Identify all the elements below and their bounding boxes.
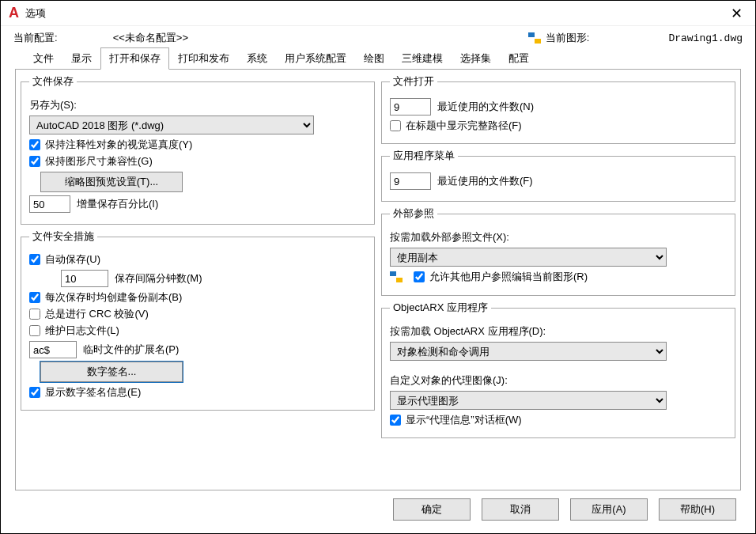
footer: 确定 取消 应用(A) 帮助(H) [1, 490, 755, 533]
arx-demand-select[interactable]: 对象检测和命令调用 [390, 342, 667, 361]
legend-xref: 外部参照 [390, 206, 437, 221]
recent-files-input[interactable] [390, 98, 431, 116]
crc-checkbox-row[interactable]: 总是进行 CRC 校验(V) [29, 307, 366, 321]
save-as-select[interactable]: AutoCAD 2018 图形 (*.dwg) [29, 116, 314, 134]
right-column: 文件打开 最近使用的文件数(N) 在标题中显示完整路径(F) 应用程序菜单 最近… [381, 74, 735, 480]
tab-plot[interactable]: 打印和发布 [169, 47, 238, 70]
annotative-checkbox-row[interactable]: 保持注释性对象的视觉逼真度(Y) [29, 138, 366, 152]
drawing-size-label: 保持图形尺寸兼容性(G) [45, 154, 153, 169]
tab-open-save[interactable]: 打开和保存 [100, 47, 169, 70]
group-app-menu: 应用程序菜单 最近使用的文件数(F) [381, 149, 735, 202]
thumbnail-button[interactable]: 缩略图预览设置(T)... [40, 172, 183, 192]
legend-app-menu: 应用程序菜单 [390, 149, 458, 163]
save-as-label: 另存为(S): [29, 98, 77, 112]
appmenu-recent-label: 最近使用的文件数(F) [437, 174, 533, 188]
allow-edit-checkbox[interactable] [414, 271, 425, 282]
profile-label: 当前配置: [13, 31, 58, 45]
help-button[interactable]: 帮助(H) [659, 498, 736, 521]
interval-label: 保存间隔分钟数(M) [115, 271, 202, 286]
log-checkbox-row[interactable]: 维护日志文件(L) [29, 324, 366, 338]
group-file-open: 文件打开 最近使用的文件数(N) 在标题中显示完整路径(F) [381, 74, 735, 144]
xref-demand-select[interactable]: 使用副本 [390, 248, 667, 267]
log-label: 维护日志文件(L) [45, 324, 119, 338]
titlebar: A 选项 ✕ [1, 1, 755, 26]
profile-name: <<未命名配置>> [113, 31, 188, 45]
recent-files-label: 最近使用的文件数(N) [437, 100, 534, 114]
tab-selection[interactable]: 选择集 [452, 47, 500, 70]
show-proxy-label: 显示“代理信息”对话框(W) [406, 413, 522, 427]
tab-profiles[interactable]: 配置 [500, 47, 538, 70]
autosave-checkbox[interactable] [29, 254, 40, 265]
tab-3d-modeling[interactable]: 三维建模 [393, 47, 452, 70]
legend-file-open: 文件打开 [390, 74, 437, 89]
apply-button[interactable]: 应用(A) [570, 498, 648, 521]
digital-signature-button[interactable]: 数字签名... [40, 362, 183, 382]
backup-checkbox[interactable] [29, 292, 40, 303]
autosave-checkbox-row[interactable]: 自动保存(U) [29, 252, 366, 267]
interval-input[interactable] [61, 270, 108, 287]
group-file-safety: 文件安全措施 自动保存(U) 保存间隔分钟数(M) 每次保存时均创建备份副本(B… [21, 229, 375, 411]
incremental-input[interactable] [29, 195, 70, 213]
cancel-button[interactable]: 取消 [482, 498, 559, 521]
options-dialog: A 选项 ✕ 当前配置: <<未命名配置>> 当前图形: Drawing1.dw… [0, 0, 756, 534]
annotative-label: 保持注释性对象的视觉逼真度(Y) [45, 138, 192, 152]
group-objectarx: ObjectARX 应用程序 按需加载 ObjectARX 应用程序(D): 对… [381, 301, 735, 438]
dwg-icon [390, 271, 403, 282]
header-row: 当前配置: <<未命名配置>> 当前图形: Drawing1.dwg [1, 26, 755, 47]
proxy-image-label: 自定义对象的代理图像(J): [390, 373, 508, 388]
tab-display[interactable]: 显示 [62, 47, 100, 70]
crc-label: 总是进行 CRC 校验(V) [45, 307, 149, 321]
app-logo-icon: A [9, 5, 19, 21]
show-digsig-checkbox[interactable] [29, 387, 40, 398]
drawing-name: Drawing1.dwg [668, 32, 743, 44]
tab-user-pref[interactable]: 用户系统配置 [276, 47, 355, 70]
appmenu-recent-input[interactable] [390, 172, 431, 190]
allow-edit-label: 允许其他用户参照编辑当前图形(R) [429, 270, 588, 284]
tab-panel: 文件保存 另存为(S): AutoCAD 2018 图形 (*.dwg) 保持注… [15, 69, 741, 490]
legend-file-save: 文件保存 [29, 74, 77, 89]
xref-demand-label: 按需加载外部参照文件(X): [390, 230, 509, 244]
autosave-label: 自动保存(U) [45, 252, 100, 267]
proxy-image-select[interactable]: 显示代理图形 [390, 391, 667, 410]
group-file-save: 文件保存 另存为(S): AutoCAD 2018 图形 (*.dwg) 保持注… [21, 74, 375, 225]
arx-demand-label: 按需加载 ObjectARX 应用程序(D): [390, 324, 546, 339]
allow-edit-checkbox-row[interactable]: 允许其他用户参照编辑当前图形(R) [414, 270, 588, 284]
backup-checkbox-row[interactable]: 每次保存时均创建备份副本(B) [29, 290, 366, 305]
drawing-label: 当前图形: [546, 31, 590, 45]
temp-ext-input[interactable] [29, 341, 77, 358]
fullpath-checkbox[interactable] [390, 120, 401, 131]
log-checkbox[interactable] [29, 325, 40, 336]
legend-objectarx: ObjectARX 应用程序 [390, 301, 491, 315]
left-column: 文件保存 另存为(S): AutoCAD 2018 图形 (*.dwg) 保持注… [21, 74, 375, 480]
fullpath-label: 在标题中显示完整路径(F) [406, 119, 522, 133]
show-digsig-label: 显示数字签名信息(E) [45, 385, 141, 400]
incremental-label: 增量保存百分比(I) [77, 197, 158, 211]
tabs: 文件 显示 打开和保存 打印和发布 系统 用户系统配置 绘图 三维建模 选择集 … [1, 47, 755, 69]
drawing-size-checkbox-row[interactable]: 保持图形尺寸兼容性(G) [29, 154, 366, 169]
drawing-size-checkbox[interactable] [29, 156, 40, 167]
fullpath-checkbox-row[interactable]: 在标题中显示完整路径(F) [390, 119, 727, 133]
tab-drafting[interactable]: 绘图 [355, 47, 393, 70]
window-title: 选项 [25, 6, 726, 21]
show-proxy-checkbox[interactable] [390, 415, 401, 426]
close-icon[interactable]: ✕ [726, 5, 747, 22]
dwg-icon [528, 32, 541, 44]
show-proxy-checkbox-row[interactable]: 显示“代理信息”对话框(W) [390, 413, 727, 427]
annotative-checkbox[interactable] [29, 139, 40, 150]
crc-checkbox[interactable] [29, 309, 40, 320]
tab-file[interactable]: 文件 [25, 47, 62, 70]
backup-label: 每次保存时均创建备份副本(B) [45, 290, 182, 305]
group-xref: 外部参照 按需加载外部参照文件(X): 使用副本 允许其他用户参照编辑当前图形(… [381, 206, 735, 296]
ok-button[interactable]: 确定 [393, 498, 471, 521]
show-digsig-checkbox-row[interactable]: 显示数字签名信息(E) [29, 385, 366, 400]
legend-file-safety: 文件安全措施 [29, 229, 97, 244]
tab-system[interactable]: 系统 [238, 47, 276, 70]
temp-ext-label: 临时文件的扩展名(P) [83, 343, 179, 357]
